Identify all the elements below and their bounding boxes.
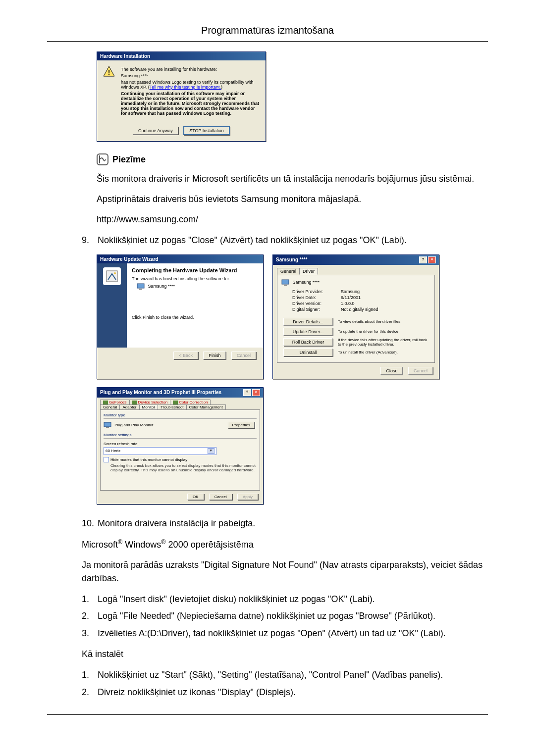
svg-rect-5 <box>137 284 144 288</box>
refresh-rate-label: Screen refresh rate: <box>104 442 257 446</box>
update-driver-desc: To update the driver for this device. <box>338 329 430 334</box>
help-button[interactable]: ? <box>419 256 427 263</box>
warning-icon: ! <box>103 65 115 77</box>
pnp-monitor-properties-dialog: Plug and Play Monitor and 3D Prophet III… <box>97 387 264 504</box>
properties-button[interactable]: Properties <box>228 422 255 428</box>
back-button: < Back <box>173 352 198 359</box>
tab-geforce3[interactable]: GeForce3 <box>100 400 130 404</box>
monitor-icon <box>104 422 111 429</box>
note-label: Piezīme <box>112 154 146 165</box>
tab-driver[interactable]: Driver <box>299 268 318 275</box>
signer-label: Digital Signer: <box>292 307 337 312</box>
win2000-heading: Microsoft® Windows® 2000 operētājsistēma <box>82 538 488 552</box>
hide-modes-checkbox[interactable] <box>104 457 109 462</box>
stop-installation-button[interactable]: STOP Installation <box>183 126 230 135</box>
rollback-driver-desc: If the device fails after updating the d… <box>338 338 430 347</box>
pnp-title: Plug and Play Monitor and 3D Prophet III… <box>100 390 221 395</box>
props-device: Samsung **** <box>293 280 320 285</box>
continue-anyway-button[interactable]: Continue Anyway <box>133 127 178 135</box>
wizard-line1: The wizard has finished installing the s… <box>132 276 258 281</box>
w2k-step-1-num: 1. <box>82 592 98 606</box>
cancel-button: Cancel <box>408 367 433 375</box>
wizard-device: Samsung **** <box>148 284 175 289</box>
uninstall-button[interactable]: Uninstall <box>283 349 333 356</box>
rollback-driver-button[interactable]: Roll Back Driver <box>283 338 333 346</box>
tab-troubleshoot[interactable]: Troubleshoot <box>158 404 186 409</box>
help-button[interactable]: ? <box>243 389 251 396</box>
refresh-rate-value: 60 Hertz <box>106 449 120 453</box>
hide-modes-desc: Clearing this check box allows you to se… <box>110 463 257 472</box>
hwinst-device: Samsung **** <box>121 73 260 78</box>
how-step-1-num: 1. <box>82 668 98 682</box>
tab-monitor[interactable]: Monitor <box>139 404 159 409</box>
wizard-side-icon <box>103 267 121 285</box>
page-title: Programmatūras izmantošana <box>47 25 488 36</box>
driver-details-button[interactable]: Driver Details... <box>283 318 333 326</box>
provider-value: Samsung <box>341 289 360 294</box>
tab-color-management[interactable]: Color Management <box>186 404 226 409</box>
close-button[interactable]: Close <box>380 367 403 375</box>
svg-rect-7 <box>282 280 289 284</box>
version-label: Driver Version: <box>292 301 337 306</box>
signer-value: Not digitally signed <box>341 307 378 312</box>
driver-details-desc: To view details about the driver files. <box>338 319 430 324</box>
samsung-url: http://www.samsung.com/ <box>97 213 488 226</box>
w2k-step-1: Logā "Insert disk" (Ievietojiet disku) n… <box>98 594 375 604</box>
nvidia-icon <box>173 401 178 404</box>
footer-rule <box>47 714 488 715</box>
nvidia-icon <box>132 401 137 404</box>
apply-button: Apply <box>237 494 258 500</box>
hardware-update-wizard-dialog: Hardware Update Wizard Completing the Ha… <box>97 254 264 379</box>
how-step-1: Noklikšķiniet uz "Start" (Sākt), "Settin… <box>98 670 443 680</box>
svg-rect-3 <box>107 271 117 282</box>
close-icon[interactable]: × <box>428 256 436 263</box>
svg-rect-10 <box>106 427 109 428</box>
cancel-button[interactable]: Cancel <box>209 494 232 500</box>
tab-general[interactable]: General <box>100 404 120 409</box>
cancel-button: Cancel <box>231 352 256 359</box>
provider-label: Driver Provider: <box>292 289 337 294</box>
chevron-down-icon[interactable]: ▾ <box>208 448 214 454</box>
nvidia-icon <box>103 401 108 404</box>
dialog-title: Hardware Installation <box>100 53 150 59</box>
tab-device-selection[interactable]: Device Selection <box>129 400 171 404</box>
svg-point-4 <box>114 272 116 274</box>
svg-text:!: ! <box>108 68 110 76</box>
w2k-step-3: Izvēlieties A:(D:\Driver), tad noklikšķi… <box>98 628 446 638</box>
how-to-install-label: Kā instalēt <box>82 648 488 661</box>
monitor-settings-label: Monitor settings <box>104 433 257 437</box>
note-paragraph-1: Šis monitora draiveris ir Microsoft sert… <box>97 172 488 186</box>
w2k-step-2: Logā "File Needed" (Nepieciešama datne) … <box>98 611 435 621</box>
wizard-footer-text: Click Finish to close the wizard. <box>132 315 258 320</box>
props-title: Samsung **** <box>276 257 307 262</box>
step-text-9: Noklikšķiniet uz pogas "Close" (Aizvērt)… <box>98 235 407 245</box>
refresh-rate-select[interactable]: 60 Hertz ▾ <box>104 447 216 455</box>
note-paragraph-2: Apstiprinātais draiveris būs ievietots S… <box>97 193 488 206</box>
svg-rect-9 <box>104 422 111 427</box>
tab-general[interactable]: General <box>277 268 300 275</box>
step-text-10: Monitora draivera instalācija ir pabeigt… <box>98 518 255 528</box>
hwinst-line1: The software you are installing for this… <box>121 67 260 72</box>
finish-button[interactable]: Finish <box>203 352 226 359</box>
step-number-10: 10. <box>82 516 98 531</box>
tab-adapter[interactable]: Adapter <box>119 404 139 409</box>
svg-rect-2 <box>97 154 108 165</box>
note-icon <box>97 153 108 165</box>
hide-modes-label: Hide modes that this monitor cannot disp… <box>110 457 187 461</box>
date-value: 9/11/2001 <box>341 295 361 300</box>
hwinst-warning-text: Continuing your installation of this sof… <box>121 91 260 116</box>
header-rule <box>47 41 488 42</box>
hardware-installation-dialog: Hardware Installation ! The software you… <box>97 51 266 142</box>
how-step-2-num: 2. <box>82 685 98 700</box>
ok-button[interactable]: OK <box>187 494 204 500</box>
close-icon[interactable]: × <box>252 389 260 396</box>
update-driver-button[interactable]: Update Driver... <box>283 328 333 336</box>
version-value: 1.0.0.0 <box>341 301 355 306</box>
tab-color-correction[interactable]: Color Correction <box>170 400 211 404</box>
tell-me-why-link[interactable]: Tell me why this testing is important. <box>150 85 221 90</box>
monitor-icon <box>281 279 289 286</box>
svg-rect-8 <box>284 285 287 286</box>
w2k-step-3-num: 3. <box>82 626 98 641</box>
svg-rect-6 <box>139 289 142 290</box>
how-step-2: Divreiz noklikšķiniet uz ikonas "Display… <box>98 687 296 697</box>
